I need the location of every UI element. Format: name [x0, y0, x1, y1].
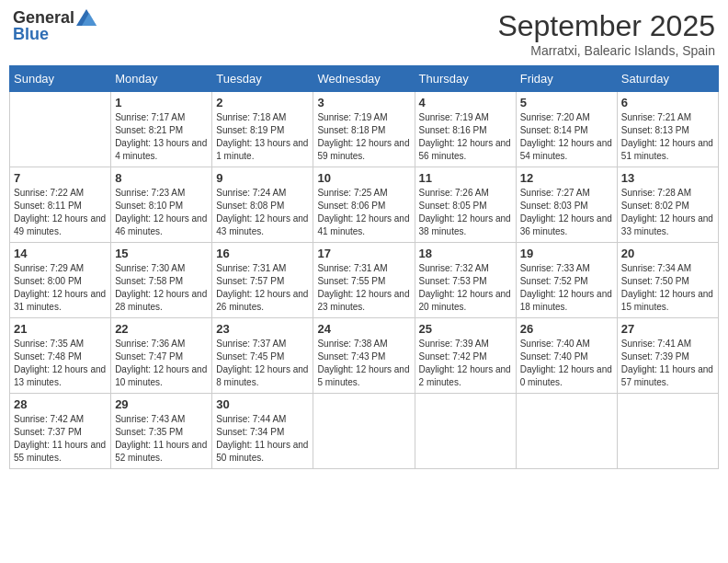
- calendar-cell: 27Sunrise: 7:41 AMSunset: 7:39 PMDayligh…: [617, 318, 718, 394]
- calendar-week-row: 1Sunrise: 7:17 AMSunset: 8:21 PMDaylight…: [10, 92, 719, 167]
- calendar-cell: 3Sunrise: 7:19 AMSunset: 8:18 PMDaylight…: [313, 92, 415, 167]
- day-number: 11: [419, 171, 512, 185]
- day-number: 7: [14, 171, 107, 185]
- calendar-cell: 10Sunrise: 7:25 AMSunset: 8:06 PMDayligh…: [313, 167, 415, 243]
- day-number: 4: [419, 96, 512, 109]
- weekday-header: Sunday: [10, 66, 111, 92]
- calendar-cell: 13Sunrise: 7:28 AMSunset: 8:02 PMDayligh…: [617, 167, 718, 243]
- day-info: Sunrise: 7:37 AMSunset: 7:45 PMDaylight:…: [216, 338, 309, 389]
- day-number: 30: [216, 397, 309, 411]
- day-info: Sunrise: 7:38 AMSunset: 7:43 PMDaylight:…: [317, 338, 410, 389]
- weekday-header: Wednesday: [313, 66, 415, 92]
- calendar-week-row: 21Sunrise: 7:35 AMSunset: 7:48 PMDayligh…: [10, 318, 719, 394]
- day-info: Sunrise: 7:27 AMSunset: 8:03 PMDaylight:…: [520, 187, 613, 238]
- day-info: Sunrise: 7:23 AMSunset: 8:10 PMDaylight:…: [115, 187, 208, 238]
- calendar-cell: 7Sunrise: 7:22 AMSunset: 8:11 PMDaylight…: [10, 167, 111, 243]
- calendar-week-row: 14Sunrise: 7:29 AMSunset: 8:00 PMDayligh…: [10, 243, 719, 318]
- calendar-week-row: 28Sunrise: 7:42 AMSunset: 7:37 PMDayligh…: [10, 394, 719, 469]
- day-info: Sunrise: 7:26 AMSunset: 8:05 PMDaylight:…: [419, 187, 512, 238]
- calendar-cell: 12Sunrise: 7:27 AMSunset: 8:03 PMDayligh…: [516, 167, 617, 243]
- day-number: 13: [621, 171, 714, 185]
- logo-icon: [76, 9, 97, 26]
- day-info: Sunrise: 7:19 AMSunset: 8:16 PMDaylight:…: [419, 111, 512, 163]
- calendar-cell: 2Sunrise: 7:18 AMSunset: 8:19 PMDaylight…: [212, 92, 313, 167]
- calendar-cell: 11Sunrise: 7:26 AMSunset: 8:05 PMDayligh…: [415, 167, 516, 243]
- weekday-header: Thursday: [415, 66, 516, 92]
- day-info: Sunrise: 7:33 AMSunset: 7:52 PMDaylight:…: [520, 262, 613, 314]
- calendar-cell: 21Sunrise: 7:35 AMSunset: 7:48 PMDayligh…: [10, 318, 111, 394]
- day-number: 14: [14, 247, 107, 260]
- day-number: 20: [621, 247, 714, 260]
- calendar-cell: [10, 92, 111, 167]
- day-info: Sunrise: 7:42 AMSunset: 7:37 PMDaylight:…: [14, 413, 107, 465]
- day-number: 5: [520, 96, 613, 109]
- day-number: 19: [520, 247, 613, 260]
- calendar-cell: [313, 394, 415, 469]
- day-number: 6: [621, 96, 714, 109]
- calendar-cell: [415, 394, 516, 469]
- day-number: 15: [115, 247, 208, 260]
- calendar-table: SundayMondayTuesdayWednesdayThursdayFrid…: [9, 65, 719, 469]
- calendar-cell: 4Sunrise: 7:19 AMSunset: 8:16 PMDaylight…: [415, 92, 516, 167]
- day-info: Sunrise: 7:34 AMSunset: 7:50 PMDaylight:…: [621, 262, 714, 314]
- calendar-cell: 19Sunrise: 7:33 AMSunset: 7:52 PMDayligh…: [516, 243, 617, 318]
- calendar-cell: 24Sunrise: 7:38 AMSunset: 7:43 PMDayligh…: [313, 318, 415, 394]
- location-subtitle: Marratxi, Balearic Islands, Spain: [497, 43, 715, 58]
- day-info: Sunrise: 7:30 AMSunset: 7:58 PMDaylight:…: [115, 262, 208, 314]
- day-number: 1: [115, 96, 208, 109]
- calendar-cell: 23Sunrise: 7:37 AMSunset: 7:45 PMDayligh…: [212, 318, 313, 394]
- day-info: Sunrise: 7:28 AMSunset: 8:02 PMDaylight:…: [621, 187, 714, 238]
- day-number: 17: [317, 247, 410, 260]
- day-info: Sunrise: 7:19 AMSunset: 8:18 PMDaylight:…: [317, 111, 410, 163]
- day-number: 16: [216, 247, 309, 260]
- day-number: 23: [216, 322, 309, 336]
- logo-blue: Blue: [13, 26, 97, 44]
- month-title: September 2025: [497, 9, 715, 43]
- day-number: 21: [14, 322, 107, 336]
- calendar-cell: 9Sunrise: 7:24 AMSunset: 8:08 PMDaylight…: [212, 167, 313, 243]
- day-info: Sunrise: 7:31 AMSunset: 7:55 PMDaylight:…: [317, 262, 410, 314]
- day-info: Sunrise: 7:17 AMSunset: 8:21 PMDaylight:…: [115, 111, 208, 163]
- day-info: Sunrise: 7:35 AMSunset: 7:48 PMDaylight:…: [14, 338, 107, 389]
- title-area: September 2025 Marratxi, Balearic Island…: [497, 9, 715, 58]
- day-number: 8: [115, 171, 208, 185]
- day-info: Sunrise: 7:41 AMSunset: 7:39 PMDaylight:…: [621, 338, 714, 389]
- calendar-cell: 25Sunrise: 7:39 AMSunset: 7:42 PMDayligh…: [415, 318, 516, 394]
- day-info: Sunrise: 7:21 AMSunset: 8:13 PMDaylight:…: [621, 111, 714, 163]
- day-number: 2: [216, 96, 309, 109]
- day-info: Sunrise: 7:18 AMSunset: 8:19 PMDaylight:…: [216, 111, 309, 163]
- day-number: 24: [317, 322, 410, 336]
- calendar-cell: 28Sunrise: 7:42 AMSunset: 7:37 PMDayligh…: [10, 394, 111, 469]
- day-number: 3: [317, 96, 410, 109]
- calendar-cell: 29Sunrise: 7:43 AMSunset: 7:35 PMDayligh…: [111, 394, 212, 469]
- weekday-header: Tuesday: [212, 66, 313, 92]
- day-number: 27: [621, 322, 714, 336]
- day-info: Sunrise: 7:32 AMSunset: 7:53 PMDaylight:…: [419, 262, 512, 314]
- weekday-header-row: SundayMondayTuesdayWednesdayThursdayFrid…: [10, 66, 719, 92]
- day-info: Sunrise: 7:22 AMSunset: 8:11 PMDaylight:…: [14, 187, 107, 238]
- calendar-cell: 17Sunrise: 7:31 AMSunset: 7:55 PMDayligh…: [313, 243, 415, 318]
- calendar-cell: 15Sunrise: 7:30 AMSunset: 7:58 PMDayligh…: [111, 243, 212, 318]
- calendar-cell: 14Sunrise: 7:29 AMSunset: 8:00 PMDayligh…: [10, 243, 111, 318]
- calendar-cell: 18Sunrise: 7:32 AMSunset: 7:53 PMDayligh…: [415, 243, 516, 318]
- calendar-cell: 16Sunrise: 7:31 AMSunset: 7:57 PMDayligh…: [212, 243, 313, 318]
- day-info: Sunrise: 7:36 AMSunset: 7:47 PMDaylight:…: [115, 338, 208, 389]
- logo: General Blue: [13, 9, 97, 44]
- day-info: Sunrise: 7:40 AMSunset: 7:40 PMDaylight:…: [520, 338, 613, 389]
- weekday-header: Friday: [516, 66, 617, 92]
- day-number: 28: [14, 397, 107, 411]
- day-number: 10: [317, 171, 410, 185]
- day-info: Sunrise: 7:31 AMSunset: 7:57 PMDaylight:…: [216, 262, 309, 314]
- day-number: 9: [216, 171, 309, 185]
- day-info: Sunrise: 7:24 AMSunset: 8:08 PMDaylight:…: [216, 187, 309, 238]
- weekday-header: Monday: [111, 66, 212, 92]
- calendar-cell: 30Sunrise: 7:44 AMSunset: 7:34 PMDayligh…: [212, 394, 313, 469]
- weekday-header: Saturday: [617, 66, 718, 92]
- calendar-cell: 1Sunrise: 7:17 AMSunset: 8:21 PMDaylight…: [111, 92, 212, 167]
- calendar-week-row: 7Sunrise: 7:22 AMSunset: 8:11 PMDaylight…: [10, 167, 719, 243]
- day-info: Sunrise: 7:20 AMSunset: 8:14 PMDaylight:…: [520, 111, 613, 163]
- day-number: 12: [520, 171, 613, 185]
- day-number: 25: [419, 322, 512, 336]
- calendar-cell: 22Sunrise: 7:36 AMSunset: 7:47 PMDayligh…: [111, 318, 212, 394]
- calendar-cell: [516, 394, 617, 469]
